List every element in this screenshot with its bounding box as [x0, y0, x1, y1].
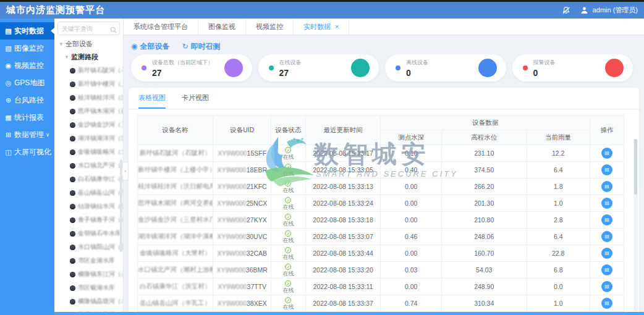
tree-device-item[interactable]: 市区银湖水库 [54, 281, 123, 295]
tab-label: 视频监控 [256, 23, 283, 30]
tree-device-item[interactable]: 湖洋镇湖洋河（湖洋中溪桥） [54, 132, 123, 145]
tree-device-item[interactable]: 金明镇石牛水库 [54, 227, 123, 240]
big-screen-icon: ◫ [4, 148, 12, 156]
tab-视频监控[interactable]: 视频监控 [246, 19, 294, 35]
cell-device-name: 岳山镇岳山河（半瓦工） [138, 295, 213, 312]
detail-button[interactable]: ▤ [601, 231, 612, 242]
sidebar-item-realtime-data[interactable]: ▤实时数据 [0, 22, 54, 40]
tree-group-monitored-roads[interactable]: ▼ 监测路段 [54, 51, 123, 64]
uid-suffix: 30UVC [246, 233, 267, 240]
sidebar-item-gps-map[interactable]: ◎GPS地图 [0, 74, 54, 91]
tree-device-item[interactable]: 横隆镇晶塘河（水塘村） [54, 295, 123, 308]
caret-down-icon[interactable]: ▼ [64, 54, 69, 60]
cell-device-uid: XY9W00038XEX [213, 295, 271, 312]
tree-device-item[interactable]: 新圩镇石陂河（石陂村） [54, 64, 123, 77]
stat-value: 0 [406, 68, 428, 78]
stat-meta: 离线设备0 [406, 59, 428, 78]
status-online-check-icon: ✓ [285, 164, 291, 170]
device-name-blurred: 新圩镇石陂河（石陂村） [140, 149, 211, 156]
scrollbar-thumb[interactable] [634, 139, 637, 195]
tree-device-item[interactable]: 桂洋镇桂洋河（沃日邮电局） [54, 91, 123, 104]
detail-button[interactable]: ▤ [601, 248, 612, 259]
close-icon[interactable]: × [335, 23, 339, 30]
status-online-label: 在线 [271, 221, 305, 227]
cell-updated-time: 2022-08-08 15:33:17 [305, 145, 381, 162]
stat-meta: 设备总数（当前区域下）27 [152, 59, 213, 78]
tree-root-all-devices[interactable]: ▼ 全部设备 [54, 38, 123, 51]
horizontal-scrollbar[interactable] [54, 312, 644, 315]
app-header: 城市内涝监测预警平台 admin (管理员) [0, 0, 644, 19]
stat-value: 0 [533, 68, 556, 78]
tab-图像监视[interactable]: 图像监视 [198, 19, 246, 35]
tree-device-item[interactable]: 岳山镇岳山河（半瓦工） [54, 186, 123, 200]
cell-current-rainfall: 2.8 [527, 212, 590, 229]
tree-device-item[interactable]: 新圩镇中楼河（上楼小学） [54, 77, 123, 91]
tree-device-item[interactable]: 水口镇阳山河（阳山村） [54, 240, 123, 254]
all-devices-button[interactable]: ◉ 全部设备 [131, 41, 169, 52]
user-icon[interactable] [580, 6, 589, 15]
sidebar-item-report-chart[interactable]: ▦统计报表 [0, 109, 54, 126]
tree-device-item[interactable]: 仙游镇仙水河（天湖村） [54, 200, 123, 213]
detail-button[interactable]: ▤ [601, 298, 612, 309]
stat-meta: 在线设备27 [279, 59, 302, 78]
stat-dot [523, 65, 528, 70]
device-name-blurred: 白石镇康华江（洪宝村） [140, 282, 211, 290]
refresh-icon: ↻ [182, 42, 188, 51]
tree-device-item[interactable]: 金顷镇顷格河（大警村） [54, 145, 123, 159]
tree-root-label: 全部设备 [66, 40, 93, 49]
tab-系统综合管理平台[interactable]: 系统综合管理平台 [124, 19, 198, 35]
sidebar-item-image-monitor[interactable]: ▧图像监控 [0, 40, 54, 57]
uid-prefix-blurred: XY9W000 [217, 250, 246, 257]
cell-device-status: ✓在线 [271, 212, 305, 229]
tab-实时数据[interactable]: 实时数据× [294, 19, 349, 35]
sidebar-item-big-screen[interactable]: ◫大屏可视化 [0, 143, 54, 161]
cell-current-rainfall: 6.4 [527, 162, 590, 178]
tree-device-item[interactable]: 市区金湖水库 [54, 254, 123, 267]
tree-device-item[interactable]: 水口镇北严河（潮村上游桥） [54, 159, 123, 172]
logged-in-user[interactable]: admin (管理员) [593, 6, 638, 15]
search-icon[interactable] [110, 25, 117, 36]
device-icon [70, 177, 75, 182]
device-icon [70, 299, 75, 304]
bell-muted-icon[interactable] [562, 6, 570, 15]
status-online-label: 在线 [271, 171, 305, 177]
panel-collapse-handle[interactable]: ‹ [123, 162, 129, 180]
tree-device-item[interactable]: 青子镇青子河（青子小学） [54, 213, 123, 227]
view-tab-卡片视图[interactable]: 卡片视图 [182, 93, 209, 109]
detail-button[interactable]: ▤ [601, 164, 612, 175]
device-tree: ▼ 全部设备 ▼ 监测路段 新圩镇石陂河（石陂村）新圩镇中楼河（上楼小学）桂洋镇… [54, 38, 123, 315]
uid-prefix-blurred: XY9W000 [218, 283, 247, 290]
tree-scrollbar[interactable] [120, 159, 122, 252]
tree-device-list: 新圩镇石陂河（石陂村）新圩镇中楼河（上楼小学）桂洋镇桂洋河（沃日邮电局）思坪镇木… [54, 64, 123, 315]
detail-button[interactable]: ▤ [601, 281, 612, 292]
sidebar-item-typhoon-path[interactable]: ⊛台风路径 [0, 91, 54, 109]
cell-elevation-level: 374.50 [441, 162, 527, 178]
status-online-label: 在线 [271, 288, 305, 293]
device-name-blurred: 水口镇阳山河（阳山村） [78, 243, 123, 251]
video-monitor-icon: ◉ [4, 62, 12, 70]
cell-updated-time: 2022-08-08 15:33:37 [305, 295, 381, 312]
detail-button[interactable]: ▤ [601, 214, 612, 225]
device-name-blurred: 市区银湖水库 [78, 284, 115, 292]
instant-poll-button[interactable]: ↻ 即时召测 [182, 41, 220, 52]
sidebar-item-data-manage[interactable]: ⊞数据管理∨ [0, 126, 54, 143]
cell-device-name: 新圩镇石陂河（石陂村） [138, 145, 213, 162]
device-icon [70, 217, 75, 223]
device-icon [70, 245, 75, 250]
cell-water-depth: 0.00 [381, 279, 441, 295]
device-name-blurred: 横隆镇东江河（基地大桥） [78, 270, 123, 279]
tree-device-item[interactable]: 思坪镇木湖河（两河交界处） [54, 104, 123, 118]
tree-device-item[interactable]: 白石镇康华江（洪宝村） [54, 172, 123, 186]
table-vertical-scrollbar[interactable] [633, 139, 638, 311]
view-tab-表格视图[interactable]: 表格视图 [138, 93, 166, 109]
tree-device-item[interactable]: 横隆镇东江河（基地大桥） [54, 267, 123, 281]
sidebar-item-video-monitor[interactable]: ◉视频监控 [0, 57, 54, 74]
stat-dot [142, 65, 146, 70]
caret-down-icon[interactable]: ▼ [59, 41, 64, 47]
uid-suffix: 27KYX [247, 216, 267, 224]
detail-button[interactable]: ▤ [601, 181, 612, 192]
detail-button[interactable]: ▤ [601, 148, 612, 159]
detail-button[interactable]: ▤ [601, 198, 612, 209]
tree-device-item[interactable]: 金沙镇金沙河（三星村水厂） [54, 118, 123, 132]
detail-button[interactable]: ▤ [601, 264, 612, 275]
